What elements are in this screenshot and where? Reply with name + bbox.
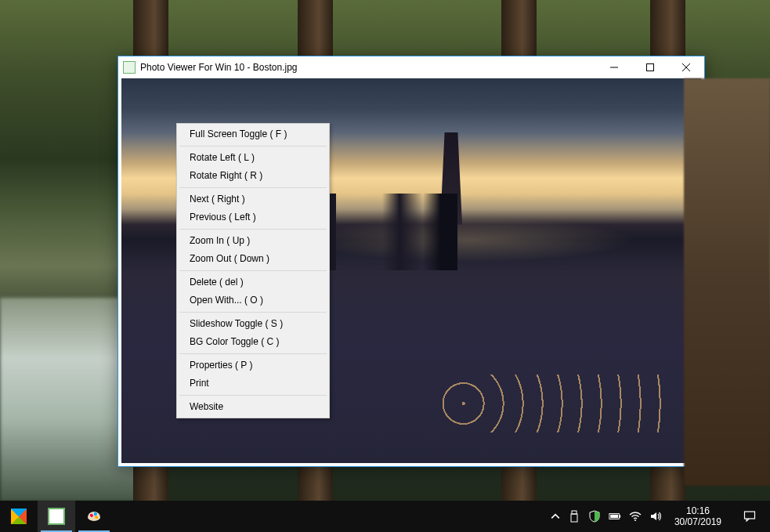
window-title: Photo Viewer For Win 10 - Boston.jpg — [140, 62, 298, 73]
minimize-button[interactable] — [596, 56, 632, 78]
svg-rect-4 — [572, 511, 577, 514]
paint-icon — [85, 508, 103, 525]
context-menu-item[interactable]: Print — [179, 375, 327, 393]
context-menu-separator — [179, 229, 327, 230]
context-menu-item[interactable]: Properties ( P ) — [179, 356, 327, 375]
svg-marker-10 — [651, 512, 656, 520]
battery-icon[interactable] — [609, 510, 621, 523]
wifi-icon[interactable] — [629, 510, 642, 523]
context-menu-item[interactable]: Rotate Left ( L ) — [179, 149, 327, 167]
context-menu-item[interactable]: Rotate Right ( R ) — [179, 167, 327, 185]
context-menu-separator — [179, 395, 327, 396]
context-menu-separator — [179, 353, 327, 354]
context-menu: Full Screen Toggle ( F )Rotate Left ( L … — [176, 123, 330, 418]
desktop-wallpaper: Photo Viewer For Win 10 - Boston.jpg — [0, 0, 770, 532]
maximize-button[interactable] — [632, 56, 668, 78]
context-menu-item[interactable]: Slideshow Toggle ( S ) — [179, 315, 327, 333]
system-tray: 10:16 30/07/2019 — [551, 501, 770, 532]
taskbar: 10:16 30/07/2019 — [0, 501, 770, 532]
taskbar-app-paint[interactable] — [75, 501, 113, 532]
photoviewer-icon — [48, 508, 65, 525]
context-menu-item[interactable]: Full Screen Toggle ( F ) — [179, 125, 327, 143]
context-menu-item[interactable]: Delete ( del ) — [179, 273, 327, 291]
context-menu-item[interactable]: Open With... ( O ) — [179, 291, 327, 309]
context-menu-separator — [179, 270, 327, 271]
close-button[interactable] — [668, 56, 704, 78]
titlebar[interactable]: Photo Viewer For Win 10 - Boston.jpg — [118, 56, 704, 78]
windows-icon — [11, 508, 27, 524]
context-menu-item[interactable]: Zoom Out ( Down ) — [179, 250, 327, 268]
usb-icon[interactable] — [568, 510, 580, 523]
taskbar-app-photoviewer[interactable] — [38, 501, 75, 532]
svg-rect-7 — [619, 515, 620, 518]
tray-overflow-button[interactable] — [551, 512, 560, 521]
context-menu-item[interactable]: Website — [179, 398, 327, 416]
context-menu-item[interactable]: Next ( Right ) — [179, 190, 327, 208]
svg-rect-11 — [745, 512, 755, 519]
photo-pier — [440, 375, 672, 432]
security-icon[interactable] — [588, 510, 601, 523]
start-button[interactable] — [0, 501, 38, 532]
context-menu-item[interactable]: Zoom In ( Up ) — [179, 232, 327, 250]
window-controls — [596, 56, 704, 78]
context-menu-separator — [179, 312, 327, 313]
svg-rect-1 — [647, 64, 654, 71]
svg-point-9 — [634, 519, 636, 521]
svg-rect-8 — [610, 515, 618, 518]
context-menu-separator — [179, 187, 327, 188]
app-icon — [123, 61, 136, 74]
clock-time: 10:16 — [674, 505, 721, 516]
context-menu-item[interactable]: BG Color Toggle ( C ) — [179, 333, 327, 351]
taskbar-clock[interactable]: 10:16 30/07/2019 — [670, 505, 726, 527]
volume-icon[interactable] — [649, 510, 662, 523]
context-menu-separator — [179, 146, 327, 147]
context-menu-item[interactable]: Previous ( Left ) — [179, 208, 327, 226]
svg-rect-5 — [571, 514, 577, 522]
clock-date: 30/07/2019 — [674, 516, 721, 527]
action-center-button[interactable] — [734, 501, 765, 532]
